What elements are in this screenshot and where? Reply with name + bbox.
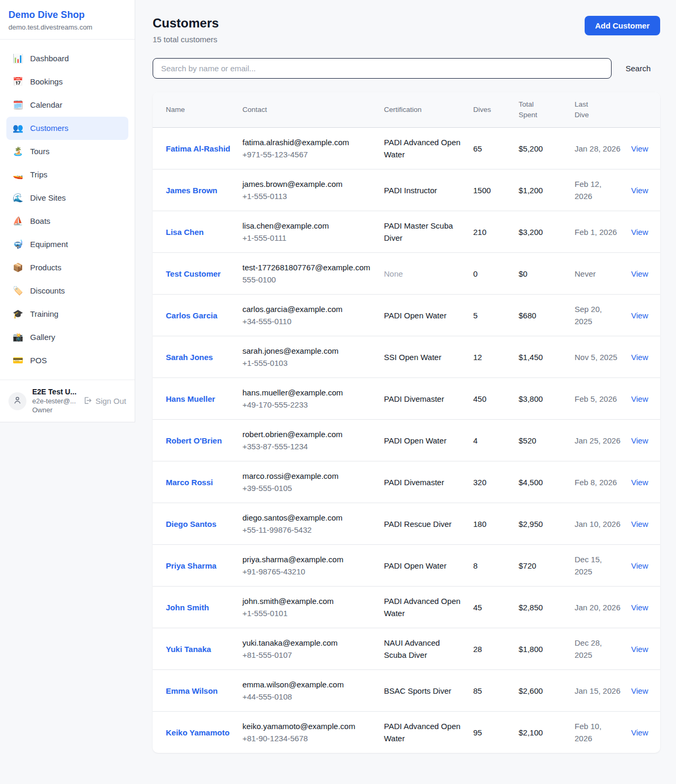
customer-last-dive: Jan 20, 2026 — [575, 587, 631, 628]
view-link[interactable]: View — [631, 645, 648, 654]
customer-phone: +55-11-99876-5432 — [242, 524, 373, 536]
customer-total-spent: $1,450 — [519, 336, 575, 378]
sidebar-item-label: Calendar — [30, 99, 62, 111]
customer-total-spent: $3,800 — [519, 378, 575, 420]
sidebar-item-training[interactable]: 🎓 Training — [6, 303, 128, 326]
user-email: e2e-tester@... — [32, 396, 77, 405]
water-wave-icon: 🌊 — [13, 192, 23, 204]
customers-table: NameContactCertificationDivesTotal Spent… — [153, 92, 660, 753]
customer-dives: 8 — [473, 545, 519, 587]
customer-name-link[interactable]: Carlos Garcia — [166, 311, 218, 320]
table-row: James Brown james.brown@example.com +1-5… — [153, 169, 660, 211]
customer-name-link[interactable]: Robert O'Brien — [166, 436, 222, 445]
view-link[interactable]: View — [631, 353, 648, 362]
customer-total-spent: $4,500 — [519, 461, 575, 503]
sidebar-item-gallery[interactable]: 📸 Gallery — [6, 326, 128, 349]
view-link[interactable]: View — [631, 269, 648, 278]
column-header-contact: Contact — [242, 92, 384, 128]
customer-name-link[interactable]: John Smith — [166, 603, 209, 612]
customer-dives: 28 — [473, 628, 519, 670]
add-customer-button[interactable]: Add Customer — [585, 16, 660, 35]
sidebar-item-equipment[interactable]: 🤿 Equipment — [6, 233, 128, 256]
customer-email: diego.santos@example.com — [242, 512, 373, 524]
sidebar-item-label: Dive Sites — [30, 192, 66, 204]
customer-phone: +1-555-0111 — [242, 232, 373, 244]
sidebar-item-customers[interactable]: 👥 Customers — [6, 117, 128, 140]
view-link[interactable]: View — [631, 186, 648, 195]
avatar — [8, 392, 26, 410]
customer-name-link[interactable]: Diego Santos — [166, 519, 217, 528]
customer-total-spent: $2,600 — [519, 670, 575, 712]
view-link[interactable]: View — [631, 603, 648, 612]
sidebar-item-calendar[interactable]: 🗓️ Calendar — [6, 93, 128, 117]
sidebar-item-pos[interactable]: 💳 POS — [6, 349, 128, 372]
sidebar-item-boats[interactable]: ⛵ Boats — [6, 210, 128, 233]
table-row: John Smith john.smith@example.com +1-555… — [153, 587, 660, 628]
view-link[interactable]: View — [631, 228, 648, 237]
customer-name-link[interactable]: James Brown — [166, 186, 218, 195]
sidebar-item-products[interactable]: 📦 Products — [6, 256, 128, 279]
customer-name-link[interactable]: Sarah Jones — [166, 353, 213, 362]
customer-phone: +81-90-1234-5678 — [242, 732, 373, 744]
search-button[interactable]: Search — [625, 64, 651, 73]
search-row: Search — [153, 58, 660, 79]
view-link[interactable]: View — [631, 478, 648, 487]
customer-name-link[interactable]: Fatima Al-Rashid — [166, 144, 230, 153]
customer-certification: PADI Advanced Open Water — [384, 587, 473, 628]
sidebar-item-trips[interactable]: 🚤 Trips — [6, 163, 128, 186]
sidebar-item-dashboard[interactable]: 📊 Dashboard — [6, 47, 128, 70]
customer-name-link[interactable]: Priya Sharma — [166, 561, 217, 570]
view-link[interactable]: View — [631, 561, 648, 570]
sidebar-item-label: Gallery — [30, 331, 55, 344]
customer-name-link[interactable]: Yuki Tanaka — [166, 645, 211, 654]
column-header-total-spent: Total Spent — [519, 92, 575, 128]
customer-last-dive: Sep 20, 2025 — [575, 295, 631, 336]
sidebar-item-label: POS — [30, 354, 47, 367]
customer-name-link[interactable]: Emma Wilson — [166, 686, 218, 695]
customer-name-link[interactable]: Keiko Yamamoto — [166, 728, 230, 737]
view-link[interactable]: View — [631, 519, 648, 528]
tear-off-calendar-icon: 📅 — [13, 75, 23, 88]
customer-total-spent: $3,200 — [519, 211, 575, 253]
view-link[interactable]: View — [631, 436, 648, 445]
customer-last-dive: Feb 12, 2026 — [575, 169, 631, 211]
view-link[interactable]: View — [631, 728, 648, 737]
table-header: NameContactCertificationDivesTotal Spent… — [153, 92, 660, 128]
customer-name-link[interactable]: Marco Rossi — [166, 478, 213, 487]
page-header-text: Customers 15 total customers — [153, 16, 219, 44]
search-input[interactable] — [153, 58, 612, 79]
camera-with-flash-icon: 📸 — [13, 331, 23, 344]
customer-name-link[interactable]: Test Customer — [166, 269, 221, 278]
customer-email: robert.obrien@example.com — [242, 428, 373, 440]
table-row: Keiko Yamamoto keiko.yamamoto@example.co… — [153, 712, 660, 753]
view-link[interactable]: View — [631, 686, 648, 695]
sidebar-item-label: Bookings — [30, 75, 63, 88]
customer-phone: +34-555-0110 — [242, 315, 373, 327]
speedboat-icon: 🚤 — [13, 168, 23, 181]
sidebar-item-bookings[interactable]: 📅 Bookings — [6, 70, 128, 93]
sidebar-item-tours[interactable]: 🏝️ Tours — [6, 140, 128, 163]
customer-phone: +44-555-0108 — [242, 691, 373, 703]
sign-out-button[interactable]: Sign Out — [83, 396, 126, 407]
customer-last-dive: Dec 15, 2025 — [575, 545, 631, 587]
package-icon: 📦 — [13, 261, 23, 274]
sidebar-item-label: Boats — [30, 215, 50, 228]
customer-certification: BSAC Sports Diver — [384, 670, 473, 712]
view-link[interactable]: View — [631, 144, 648, 153]
customer-last-dive: Never — [575, 253, 631, 295]
view-link[interactable]: View — [631, 394, 648, 403]
customer-certification: PADI Rescue Diver — [384, 503, 473, 545]
sidebar-item-label: Trips — [30, 168, 48, 181]
sidebar-item-discounts[interactable]: 🏷️ Discounts — [6, 279, 128, 303]
customer-name-link[interactable]: Lisa Chen — [166, 228, 204, 237]
sidebar: Demo Dive Shop demo.test.divestreams.com… — [0, 0, 135, 422]
customer-name-link[interactable]: Hans Mueller — [166, 394, 215, 403]
customer-last-dive: Feb 10, 2026 — [575, 712, 631, 753]
customer-certification: NAUI Advanced Scuba Diver — [384, 628, 473, 670]
customer-email: keiko.yamamoto@example.com — [242, 720, 373, 732]
sidebar-header: Demo Dive Shop demo.test.divestreams.com — [0, 0, 135, 40]
customer-last-dive: Feb 1, 2026 — [575, 211, 631, 253]
view-link[interactable]: View — [631, 311, 648, 320]
customer-email: fatima.alrashid@example.com — [242, 136, 373, 148]
sidebar-item-dive-sites[interactable]: 🌊 Dive Sites — [6, 186, 128, 210]
